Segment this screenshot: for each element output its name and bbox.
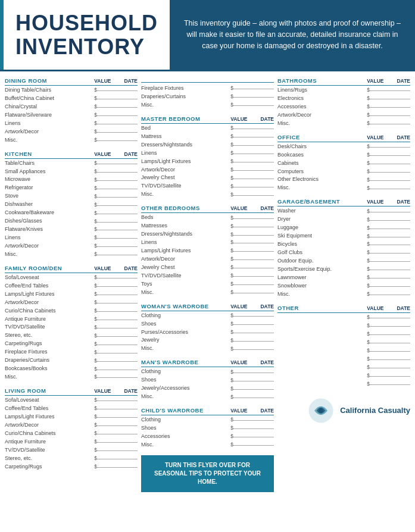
header-right: This inventory guide – along with photos… [170,0,415,70]
list-item: Artwork/Decor$ [141,166,274,174]
list-item: Jewelry$ [141,336,274,345]
list-item: Stereo, etc.$ [5,331,138,340]
section-title-kitchen: KITCHEN [5,151,92,159]
header-description: This inventory guide – along with photos… [182,18,403,51]
section-other: OTHER VALUE DATE $ $ $ $ $ $ $ $ $ [277,305,410,388]
list-item: Misc.$ [277,184,410,192]
list-item: Shoes$ [141,424,274,433]
list-item: Dishwasher$ [5,201,138,209]
list-item: Misc.$ [277,290,410,299]
list-item: Dryer$ [277,215,410,224]
list-item: Table/Chairs$ [5,159,138,168]
list-item: Clothing$ [141,416,274,424]
list-item: Cabinets$ [277,159,410,168]
list-item: Snowblower$ [277,282,410,290]
header: HOUSEHOLD INVENTORY This inventory guide… [0,0,415,71]
list-item: Ski Equipment$ [277,232,410,240]
section-office: OFFICE VALUE DATE Desk/Chairs$ Bookcases… [277,134,410,193]
list-item: Desk/Chairs$ [277,143,410,151]
list-item: Sofa/Loveseat$ [5,274,138,282]
list-item: Accessories$ [277,103,410,111]
list-item: Misc.$ [277,120,410,128]
list-item: Lawnmower$ [277,274,410,282]
list-item: Draperies/Curtains$ [5,356,138,365]
header-title: HOUSEHOLD INVENTORY [15,11,158,58]
list-item: Linens$ [141,149,274,158]
section-title-other-bed: OTHER BEDROOMS [141,205,228,213]
main-content: DINING ROOM VALUE DATE Dining Table/Chai… [0,71,415,498]
list-item: Linens$ [5,234,138,242]
list-item: Stereo, etc.$ [5,455,138,463]
section-mans-wardrobe: MAN'S WARDROBE VALUE DATE Clothing$ Shoe… [141,359,274,401]
list-item: Curio/China Cabinets$ [5,307,138,315]
list-item: Misc.$ [141,289,274,297]
list-item: Misc.$ [141,190,274,199]
list-item: Artwork/Decor$ [5,242,138,251]
list-item: $ [277,363,410,371]
footer-tip-text: TURN THIS FLYER OVER FOR SEASONAL TIPS T… [141,455,274,492]
list-item: TV/DVD/Satellite$ [141,182,274,190]
section-kitchen: KITCHEN VALUE DATE Table/Chairs$ Small A… [5,151,138,259]
section-title-dining: DINING ROOM [5,77,92,86]
list-item: Jewelry Chest$ [141,174,274,182]
column-3: BATHROOMS VALUE DATE Linens/Rugs$ Electr… [277,77,410,492]
list-item: $ [277,346,410,355]
list-item: Accessories$ [141,433,274,441]
list-item: China/Crystal$ [5,103,138,111]
list-item: Antique Furniture$ [5,438,138,446]
list-item: $ [277,371,410,380]
list-item: TV/DVD/Satellite$ [141,272,274,280]
section-living-room-cont: Fireplace Fixtures$ Draperies/Curtains$ … [141,77,274,109]
section-title-bathrooms: BATHROOMS [277,77,364,86]
list-item: Bookcases/Books$ [5,365,138,373]
section-title-other: OTHER [277,305,364,313]
list-item: Misc.$ [141,101,274,109]
list-item: Washer$ [277,207,410,215]
list-item: Carpeting/Rugs$ [5,463,138,471]
list-item: Linens$ [5,120,138,128]
section-childs-wardrobe: CHILD'S WARDROBE VALUE DATE Clothing$ Sh… [141,407,274,449]
list-item: Bed$ [141,124,274,133]
list-item: Electronics$ [277,95,410,103]
list-item: Luggage$ [277,224,410,232]
list-item: Misc.$ [141,393,274,401]
list-item: Jewelry Chest$ [141,264,274,272]
list-item: Dining Table/Chairs$ [5,86,138,95]
list-item: Artwork/Decor$ [141,255,274,264]
section-title-garage: GARAGE/BASEMENT [277,198,364,206]
list-item: Flatware/Silverware$ [5,111,138,120]
list-item: Fireplace Fixtures$ [5,348,138,356]
list-item: Misc.$ [5,136,138,145]
footer-logo-area: California Casualty [277,398,410,424]
column-1: DINING ROOM VALUE DATE Dining Table/Chai… [5,77,138,492]
list-item: Lamps/Light Fixtures$ [141,158,274,166]
list-item: Misc.$ [141,345,274,353]
list-item: Carpeting/Rugs$ [5,340,138,348]
section-family-room: FAMILY ROOM/DEN VALUE DATE Sofa/Loveseat… [5,265,138,381]
list-item: $ [277,314,410,322]
list-item: Lamps/Light Fixtures$ [141,247,274,255]
list-item: Small Appliances$ [5,168,138,176]
list-item: $ [277,355,410,363]
list-item: Fireplace Fixtures$ [141,85,274,93]
section-title-womans: WOMAN'S WARDROBE [141,303,228,311]
list-item: Bicycles$ [277,240,410,249]
section-title-childs: CHILD'S WARDROBE [141,407,228,415]
section-title-office: OFFICE [277,134,364,142]
list-item: Curio/China Cabinets$ [5,430,138,438]
list-item: $ [277,338,410,346]
list-item: Draperies/Curtains$ [141,93,274,101]
list-item: Bookcases$ [277,151,410,159]
list-item: Dressers/Nightstands$ [141,230,274,239]
list-item: Buffet/China Cabinet$ [5,95,138,103]
list-item: Linens$ [141,239,274,247]
list-item: Dressers/Nightstands$ [141,141,274,149]
california-casualty-logo-icon [308,398,334,424]
list-item: Refrigerator$ [5,184,138,192]
list-item: Microwave$ [5,176,138,184]
list-item: Stove$ [5,192,138,201]
section-dining-room: DINING ROOM VALUE DATE Dining Table/Chai… [5,77,138,145]
list-item: Lamps/Light Fixtures$ [5,413,138,421]
section-other-bedrooms: OTHER BEDROOMS VALUE DATE Beds$ Mattress… [141,205,274,296]
svg-point-1 [319,408,323,412]
